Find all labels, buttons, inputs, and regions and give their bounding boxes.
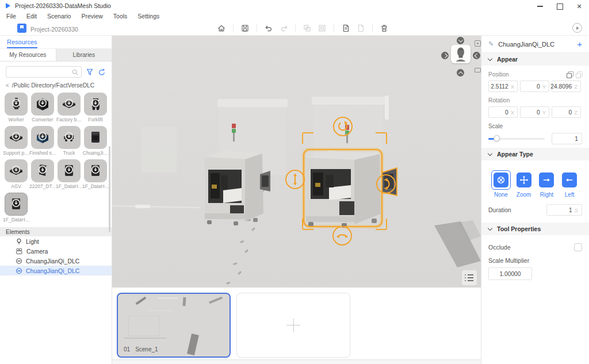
- position-y-input[interactable]: 0Y: [520, 81, 549, 92]
- menu-item-edit[interactable]: Edit: [21, 13, 42, 20]
- preview-play-button[interactable]: [572, 23, 582, 33]
- resource-thumbnail[interactable]: [5, 93, 28, 116]
- resource-item-1f-datah-[interactable]: 1F_DataH…: [56, 159, 82, 189]
- element-item-chuangjianqi_dlc-3[interactable]: ChuangJianQi_DLC: [0, 266, 112, 275]
- refresh-icon[interactable]: [98, 68, 106, 76]
- panel-title-tab[interactable]: Resources: [0, 36, 112, 49]
- add-property-button[interactable]: +: [577, 40, 582, 48]
- minimap-toggle-button[interactable]: [475, 68, 481, 72]
- resource-thumbnail[interactable]: [84, 126, 107, 149]
- focus-target-button[interactable]: [475, 40, 481, 47]
- appear-type-none[interactable]: None: [489, 170, 512, 198]
- menu-item-settings[interactable]: Settings: [132, 13, 165, 20]
- resource-item-truck[interactable]: Truck: [56, 126, 82, 156]
- resource-item-factory-b-[interactable]: Factory b…: [56, 93, 82, 122]
- resource-thumbnail[interactable]: [5, 126, 28, 149]
- position-x-input[interactable]: 2.5112X: [488, 81, 518, 92]
- element-item-chuangjianqi_dlc-2[interactable]: ChuangJianQi_DLC: [0, 256, 112, 266]
- appear-type-left[interactable]: Left: [558, 170, 581, 198]
- occlude-checkbox[interactable]: [574, 243, 582, 251]
- element-item-light-0[interactable]: Light: [0, 236, 112, 246]
- tab-libraries[interactable]: Libraries: [56, 49, 112, 61]
- group-button[interactable]: [300, 22, 315, 34]
- resource-item-22207-dt-[interactable]: 22207_DT…: [29, 159, 56, 189]
- orbit-right-button[interactable]: [473, 52, 480, 59]
- appear-type-right[interactable]: Right: [536, 170, 559, 198]
- rotation-y-input[interactable]: 0Y: [520, 106, 549, 118]
- home-button[interactable]: [214, 22, 229, 34]
- resource-thumbnail[interactable]: [84, 93, 107, 116]
- orbit-left-button[interactable]: [441, 52, 449, 59]
- resource-item-support-p-[interactable]: Support p…: [3, 126, 29, 156]
- resource-item-chuangji-[interactable]: ChuangJi…: [82, 126, 109, 156]
- undo-button[interactable]: [261, 22, 276, 34]
- viewport-3d[interactable]: [112, 36, 481, 288]
- rotation-z-input[interactable]: 0Z: [552, 106, 581, 118]
- tab-my-resources[interactable]: My Resources: [0, 49, 56, 61]
- resource-thumbnail[interactable]: [84, 159, 107, 182]
- maximize-button[interactable]: [550, 0, 569, 13]
- add-scene-card[interactable]: [236, 293, 350, 358]
- menu-item-preview[interactable]: Preview: [76, 13, 108, 20]
- gizmo-rotate-x-handle[interactable]: [376, 174, 396, 194]
- resource-thumbnail[interactable]: [31, 93, 54, 116]
- copy-transform-icon[interactable]: [567, 71, 573, 78]
- gizmo-rotate-handle[interactable]: [333, 117, 353, 136]
- resources-scrollbar[interactable]: [109, 146, 110, 232]
- minimize-button[interactable]: [530, 0, 550, 13]
- edit-name-icon[interactable]: ✎: [488, 40, 494, 48]
- resource-thumbnail[interactable]: [5, 159, 28, 182]
- gizmo-move-horizontal-handle[interactable]: [332, 226, 352, 246]
- rotation-x-input[interactable]: 0X: [488, 106, 518, 118]
- scene-card-1[interactable]: 01Scene_1: [117, 293, 231, 358]
- slider-knob[interactable]: [494, 135, 500, 141]
- filter-icon[interactable]: [86, 68, 94, 76]
- resource-thumbnail[interactable]: [31, 126, 54, 149]
- scene-strip-scrollbar[interactable]: [112, 359, 481, 364]
- section-appear-type[interactable]: Appear Type: [481, 148, 589, 160]
- none-icon[interactable]: [494, 173, 508, 187]
- paste-transform-icon[interactable]: [576, 71, 582, 78]
- element-item-camera-1[interactable]: Camera: [0, 246, 112, 256]
- save-button[interactable]: [238, 22, 253, 34]
- resource-item-converter[interactable]: Converter: [29, 93, 56, 122]
- left-icon[interactable]: [562, 173, 577, 187]
- resource-item-finished-s-[interactable]: Finished s…: [29, 126, 56, 156]
- delete-button[interactable]: [377, 22, 392, 34]
- resource-item-worker[interactable]: Worker: [3, 93, 29, 122]
- ungroup-button[interactable]: [315, 22, 330, 34]
- section-tool-properties[interactable]: Tool Properties: [481, 223, 589, 235]
- orbit-up-button[interactable]: [457, 37, 464, 44]
- scale-multiplier-input[interactable]: 1.00000: [488, 267, 532, 280]
- resource-thumbnail[interactable]: [5, 193, 28, 216]
- resource-thumbnail[interactable]: [58, 159, 81, 182]
- resource-thumbnail[interactable]: [31, 159, 54, 182]
- resource-thumbnail[interactable]: [58, 126, 81, 149]
- resource-item-agv[interactable]: AGV: [3, 159, 29, 189]
- menu-item-file[interactable]: File: [1, 13, 21, 20]
- scene-list-button[interactable]: [462, 270, 477, 285]
- resource-thumbnail[interactable]: [58, 93, 81, 116]
- close-button[interactable]: ✕: [569, 0, 589, 13]
- resource-item-1f-datah-[interactable]: 1F_DataH…: [82, 159, 109, 189]
- gizmo-move-vertical-handle[interactable]: [285, 170, 305, 189]
- scale-slider[interactable]: [488, 138, 545, 140]
- menu-item-scenario[interactable]: Scenario: [42, 13, 76, 20]
- resource-item-1f-datah-[interactable]: 1F_DataH…: [3, 193, 29, 223]
- paste-button[interactable]: [353, 22, 368, 34]
- appear-type-zoom[interactable]: Zoom: [512, 170, 536, 198]
- section-appear[interactable]: Appear: [481, 53, 589, 66]
- menu-item-tools[interactable]: Tools: [108, 13, 133, 20]
- search-input[interactable]: [6, 66, 82, 78]
- zoom-icon[interactable]: [517, 173, 531, 187]
- scale-input[interactable]: 1: [552, 133, 582, 144]
- breadcrumb-back-icon[interactable]: <: [6, 82, 9, 89]
- resource-item-forklift[interactable]: Forklift: [82, 93, 109, 122]
- redo-button[interactable]: [276, 22, 291, 34]
- duration-input[interactable]: 1 S: [546, 204, 582, 216]
- right-icon[interactable]: [539, 173, 554, 187]
- copy-button[interactable]: [338, 22, 353, 34]
- position-z-input[interactable]: 24.8096Z: [552, 81, 581, 92]
- camera-orientation-widget[interactable]: [451, 45, 471, 63]
- orbit-down-button[interactable]: [457, 69, 464, 76]
